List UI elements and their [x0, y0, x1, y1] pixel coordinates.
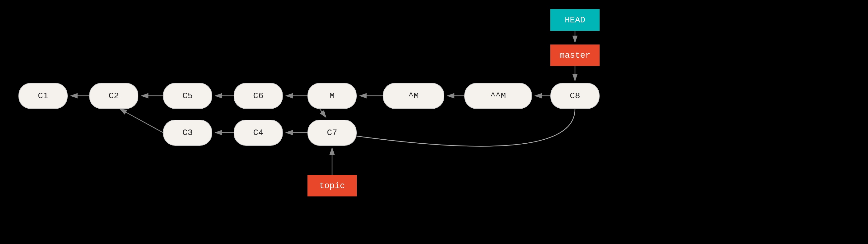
- commit-c7: C7: [308, 120, 357, 146]
- commit-c1: C1: [19, 83, 68, 109]
- commit-c6: C6: [234, 83, 283, 109]
- commit-c3: C3: [163, 120, 212, 146]
- commit-c5: C5: [163, 83, 212, 109]
- diagram-container: C1 C2 C3 C4 C5 C6 C7 M ^M ^^M C8 HEAD: [0, 0, 868, 244]
- label-head: HEAD: [550, 9, 599, 31]
- label-topic: topic: [308, 175, 357, 197]
- commit-c8: C8: [550, 83, 599, 109]
- commit-hm: ^M: [383, 83, 444, 109]
- commit-c2: C2: [89, 83, 138, 109]
- arrows-svg: [0, 0, 868, 244]
- svg-line-3: [120, 109, 163, 133]
- svg-line-7: [320, 109, 326, 117]
- commit-m: M: [308, 83, 357, 109]
- commit-hhm: ^^M: [464, 83, 532, 109]
- label-master: master: [550, 44, 599, 66]
- commit-c4: C4: [234, 120, 283, 146]
